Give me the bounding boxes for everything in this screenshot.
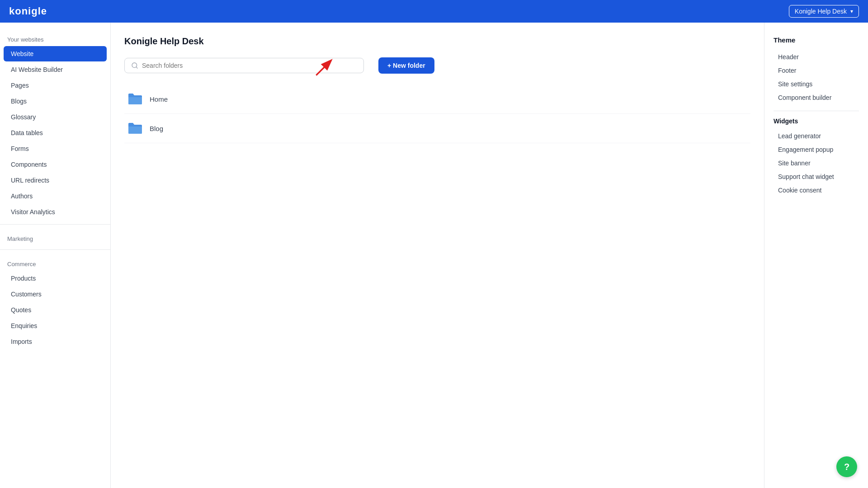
- theme-item-site-settings[interactable]: Site settings: [774, 77, 859, 91]
- sidebar-item-quotes[interactable]: Quotes: [4, 302, 107, 318]
- widget-item-site-banner[interactable]: Site banner: [774, 156, 859, 170]
- svg-line-1: [136, 67, 137, 68]
- sidebar-item-components[interactable]: Components: [4, 157, 107, 172]
- page-title: Konigle Help Desk: [124, 36, 750, 47]
- theme-section-title: Theme: [774, 36, 859, 44]
- widget-item-lead-generator[interactable]: Lead generator: [774, 129, 859, 143]
- sidebar-divider-2: [0, 249, 110, 250]
- sidebar-item-forms[interactable]: Forms: [4, 141, 107, 156]
- sidebar-item-glossary[interactable]: Glossary: [4, 109, 107, 125]
- commerce-label: Commerce: [0, 254, 110, 270]
- folder-icon: [127, 120, 143, 136]
- top-nav: konigle Konigle Help Desk ▾: [0, 0, 868, 23]
- site-name: Konigle Help Desk: [795, 8, 847, 15]
- right-panel-divider: [774, 111, 859, 111]
- folder-item-home[interactable]: Home: [124, 84, 750, 114]
- marketing-label: Marketing: [0, 229, 110, 245]
- right-panel: Theme HeaderFooterSite settingsComponent…: [764, 23, 868, 488]
- sidebar-item-ai-website-builder[interactable]: AI Website Builder: [4, 62, 107, 77]
- folder-item-blog[interactable]: Blog: [124, 114, 750, 143]
- arrow-indicator: [312, 56, 335, 79]
- theme-item-component-builder[interactable]: Component builder: [774, 91, 859, 104]
- widget-item-cookie-consent[interactable]: Cookie consent: [774, 183, 859, 197]
- sidebar-divider-1: [0, 224, 110, 225]
- folder-list: Home Blog: [124, 84, 750, 143]
- chevron-down-icon: ▾: [850, 8, 853, 14]
- toolbar: + New folder: [124, 57, 750, 74]
- sidebar-item-visitor-analytics[interactable]: Visitor Analytics: [4, 204, 107, 220]
- search-icon: [131, 62, 138, 69]
- sidebar-item-imports[interactable]: Imports: [4, 334, 107, 349]
- theme-item-header[interactable]: Header: [774, 50, 859, 64]
- svg-line-3: [316, 61, 330, 75]
- sidebar-item-enquiries[interactable]: Enquiries: [4, 318, 107, 333]
- logo: konigle: [9, 5, 47, 17]
- sidebar-item-products[interactable]: Products: [4, 271, 107, 286]
- widget-item-engagement-popup[interactable]: Engagement popup: [774, 143, 859, 156]
- new-folder-button[interactable]: + New folder: [378, 57, 434, 74]
- content-area: Konigle Help Desk +: [111, 23, 764, 488]
- site-selector[interactable]: Konigle Help Desk ▾: [789, 5, 859, 18]
- sidebar-item-url-redirects[interactable]: URL redirects: [4, 173, 107, 188]
- folder-icon: [127, 91, 143, 107]
- your-websites-label: Your websites: [0, 30, 110, 46]
- sidebar: Your websites WebsiteAI Website BuilderP…: [0, 23, 111, 488]
- widgets-section-label: Widgets: [774, 117, 859, 125]
- sidebar-item-customers[interactable]: Customers: [4, 286, 107, 302]
- sidebar-item-authors[interactable]: Authors: [4, 188, 107, 204]
- widget-item-support-chat-widget[interactable]: Support chat widget: [774, 170, 859, 183]
- help-button[interactable]: ?: [836, 456, 857, 477]
- folder-name: Blog: [150, 125, 163, 132]
- folder-name: Home: [150, 95, 168, 103]
- sidebar-item-blogs[interactable]: Blogs: [4, 94, 107, 109]
- theme-item-footer[interactable]: Footer: [774, 64, 859, 77]
- sidebar-item-website[interactable]: Website: [4, 46, 107, 61]
- main-layout: Your websites WebsiteAI Website BuilderP…: [0, 23, 868, 488]
- sidebar-item-pages[interactable]: Pages: [4, 78, 107, 93]
- sidebar-item-data-tables[interactable]: Data tables: [4, 125, 107, 141]
